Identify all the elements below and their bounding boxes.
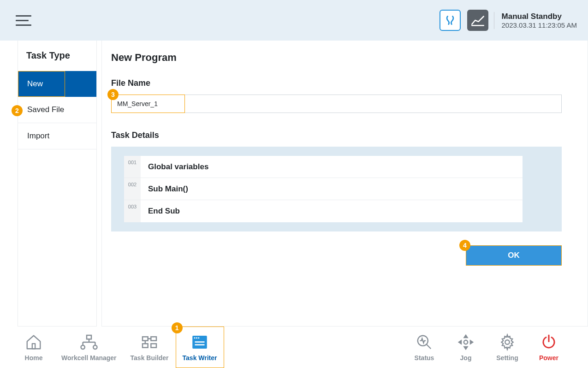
filename-label: File Name xyxy=(111,78,562,88)
status-info: Manual Standby 2023.03.31 11:23:05 AM xyxy=(494,12,577,29)
nav-label: Status xyxy=(415,354,434,362)
code-line-number: 003 xyxy=(124,200,141,222)
nav-right: Status Jog Setting xyxy=(404,326,570,368)
sidebar-item-label: Saved File xyxy=(27,105,64,114)
code-list: 001 Global variables 002 Sub Main() 003 … xyxy=(124,156,523,222)
task-details-panel: 001 Global variables 002 Sub Main() 003 … xyxy=(111,147,562,231)
sidebar-item-label: Import xyxy=(27,131,49,140)
svg-rect-15 xyxy=(194,338,196,339)
workcell-icon xyxy=(80,333,98,351)
svg-rect-10 xyxy=(143,344,148,347)
badge-4: 4 xyxy=(459,240,470,251)
svg-rect-16 xyxy=(196,338,197,339)
sidebar: 2 Task Type New Saved File Import xyxy=(18,41,97,326)
nav-label: Power xyxy=(539,354,558,362)
svg-rect-9 xyxy=(151,337,156,340)
header-right: Manual Standby 2023.03.31 11:23:05 AM xyxy=(440,10,577,31)
code-row[interactable]: 001 Global variables xyxy=(124,156,523,178)
task-writer-icon xyxy=(190,332,209,352)
gripper-tool-button[interactable] xyxy=(440,10,461,31)
ok-button[interactable]: OK xyxy=(466,245,562,266)
nav-left: Home Workcell Manager xyxy=(13,326,224,368)
svg-rect-11 xyxy=(151,344,156,347)
content-panel: New Program File Name 3 Task Details 001… xyxy=(101,41,588,326)
svg-point-6 xyxy=(81,345,84,349)
nav-label: Setting xyxy=(496,354,518,362)
sidebar-item-new[interactable]: New xyxy=(18,71,96,97)
power-icon xyxy=(540,334,557,350)
sidebar-item-label: New xyxy=(27,79,43,88)
badge-1: 1 xyxy=(172,322,183,333)
menu-icon[interactable] xyxy=(16,15,31,26)
filename-input[interactable] xyxy=(111,95,185,113)
bottom-nav: Home Workcell Manager xyxy=(0,326,588,368)
nav-label: Jog xyxy=(460,354,472,362)
code-row[interactable]: 002 Sub Main() xyxy=(124,178,523,200)
gear-icon xyxy=(499,333,516,351)
svg-point-22 xyxy=(464,340,468,344)
home-icon xyxy=(25,333,42,351)
svg-rect-17 xyxy=(198,338,200,339)
nav-setting[interactable]: Setting xyxy=(487,326,528,368)
main-area: 2 Task Type New Saved File Import New Pr… xyxy=(0,41,588,326)
taskdetails-label: Task Details xyxy=(111,131,562,140)
robot-hand-button[interactable] xyxy=(467,10,488,31)
code-row[interactable]: 003 End Sub xyxy=(124,200,523,222)
status-timestamp: 2023.03.31 11:23:05 AM xyxy=(502,21,577,29)
code-line-number: 002 xyxy=(124,178,141,200)
nav-jog[interactable]: Jog xyxy=(445,326,487,368)
nav-power[interactable]: Power xyxy=(528,326,570,368)
svg-point-23 xyxy=(505,340,510,344)
code-line-text: End Sub xyxy=(141,207,180,216)
code-line-text: Global variables xyxy=(141,162,208,172)
jog-icon xyxy=(457,333,475,351)
nav-status[interactable]: Status xyxy=(404,326,445,368)
svg-rect-18 xyxy=(195,341,205,343)
svg-rect-19 xyxy=(195,344,205,345)
svg-rect-0 xyxy=(32,344,35,349)
sidebar-item-savedfile[interactable]: Saved File xyxy=(18,97,96,123)
badge-3: 3 xyxy=(107,89,119,100)
task-builder-icon xyxy=(140,333,159,351)
ok-button-label: OK xyxy=(508,251,520,260)
nav-workcell-manager[interactable]: Workcell Manager xyxy=(54,326,124,368)
robot-hand-icon xyxy=(470,12,486,28)
nav-task-writer[interactable]: 1 Task Writer xyxy=(176,326,224,368)
gripper-icon xyxy=(444,14,456,26)
filename-wrapper: 3 xyxy=(111,95,562,113)
status-icon xyxy=(416,333,433,351)
code-line-text: Sub Main() xyxy=(141,184,188,194)
nav-label: Home xyxy=(25,354,43,362)
header: Manual Standby 2023.03.31 11:23:05 AM xyxy=(0,0,588,41)
sidebar-title: Task Type xyxy=(18,41,96,71)
nav-label: Task Builder xyxy=(131,354,169,362)
nav-task-builder[interactable]: Task Builder xyxy=(124,326,176,368)
nav-label: Task Writer xyxy=(183,354,217,362)
page-title: New Program xyxy=(111,41,562,78)
svg-rect-8 xyxy=(143,337,148,340)
ok-container: 4 OK xyxy=(111,231,562,266)
svg-rect-1 xyxy=(87,335,91,339)
nav-home[interactable]: Home xyxy=(13,326,54,368)
status-title: Manual Standby xyxy=(502,12,577,21)
filename-rest[interactable] xyxy=(185,95,562,113)
badge-2: 2 xyxy=(12,105,23,116)
code-line-number: 001 xyxy=(124,156,141,178)
svg-point-7 xyxy=(93,345,97,349)
nav-label: Workcell Manager xyxy=(61,354,117,362)
svg-line-21 xyxy=(427,344,431,349)
sidebar-item-import[interactable]: Import xyxy=(18,123,96,149)
